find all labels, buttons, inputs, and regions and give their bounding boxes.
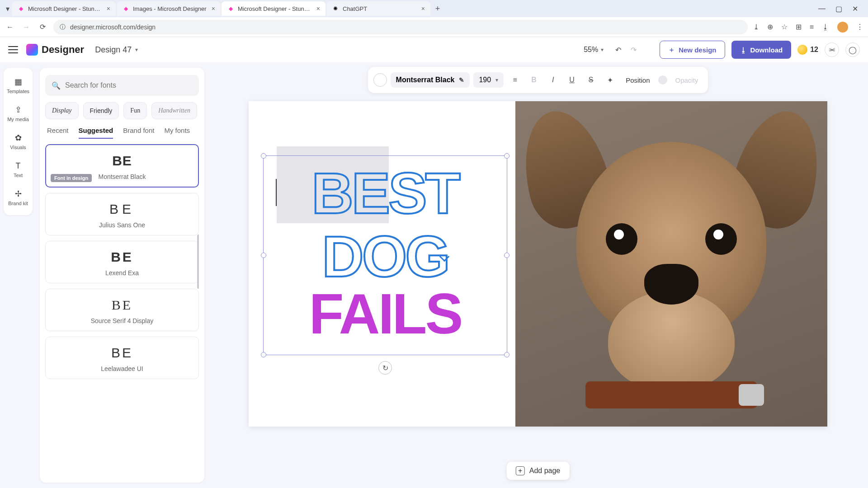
main: ▦Templates ⇪My media ✿Visuals TText ✢Bra… bbox=[0, 62, 868, 488]
font-category-chips: Display Friendly Fun Handwritten Mo bbox=[45, 102, 199, 119]
redo-icon[interactable]: ↷ bbox=[628, 46, 639, 54]
tab-search-dropdown[interactable]: ▾ bbox=[4, 5, 12, 13]
text-color-swatch[interactable] bbox=[373, 73, 387, 87]
menu-icon[interactable] bbox=[8, 46, 18, 53]
font-card-leelawadee-ui[interactable]: BE Leelawadee UI bbox=[45, 337, 199, 379]
chip-handwritten[interactable]: Handwritten bbox=[151, 102, 197, 119]
undo-icon[interactable]: ↶ bbox=[613, 46, 623, 54]
artboard-dog-image[interactable] bbox=[515, 101, 827, 427]
rail-label: Templates bbox=[7, 89, 29, 94]
visuals-icon: ✿ bbox=[13, 133, 23, 143]
close-icon[interactable]: × bbox=[107, 5, 110, 12]
dog-illustration bbox=[515, 101, 827, 427]
resize-handle[interactable] bbox=[261, 253, 266, 258]
strikethrough-icon[interactable]: S bbox=[583, 72, 599, 88]
new-design-button[interactable]: ＋ New design bbox=[660, 41, 725, 59]
favicon-icon: ✺ bbox=[332, 5, 339, 12]
forward-icon[interactable]: → bbox=[21, 23, 32, 31]
chip-friendly[interactable]: Friendly bbox=[83, 102, 119, 119]
font-card-montserrat-black[interactable]: BE Montserrat Black Font in design bbox=[45, 144, 199, 188]
resize-handle[interactable] bbox=[504, 253, 509, 258]
effects-icon[interactable]: ✦ bbox=[602, 72, 618, 88]
maximize-icon[interactable]: ▢ bbox=[835, 5, 842, 13]
share-icon[interactable]: ⫘ bbox=[825, 42, 839, 57]
font-sample: BE bbox=[52, 345, 192, 361]
download-button[interactable]: ⭳ Download bbox=[731, 41, 792, 59]
font-list[interactable]: BE Montserrat Black Font in design BE Ju… bbox=[45, 144, 199, 475]
close-icon[interactable]: × bbox=[212, 5, 215, 12]
bookmark-icon[interactable]: ☆ bbox=[781, 23, 788, 31]
opacity-button[interactable]: Opacity bbox=[671, 76, 703, 84]
favicon-icon: ◆ bbox=[17, 5, 24, 12]
zoom-icon[interactable]: ⊕ bbox=[767, 23, 773, 31]
font-search-input[interactable]: 🔍 Search for fonts bbox=[45, 75, 199, 96]
opacity-swatch-icon bbox=[658, 75, 667, 84]
selection-bounding-box[interactable]: ↻ bbox=[263, 155, 507, 355]
back-icon[interactable]: ← bbox=[5, 23, 15, 31]
rail-visuals[interactable]: ✿Visuals bbox=[4, 127, 33, 155]
tab-title: Microsoft Designer - Stunning bbox=[28, 5, 103, 12]
account-icon[interactable]: ◯ bbox=[845, 42, 860, 57]
design-title-dropdown[interactable]: Design 47 ▾ bbox=[95, 45, 138, 55]
italic-icon[interactable]: I bbox=[545, 72, 561, 88]
new-tab-button[interactable]: + bbox=[431, 4, 444, 14]
add-page-button[interactable]: + Add page bbox=[507, 462, 570, 480]
url-input[interactable]: ⓘ designer.microsoft.com/design bbox=[53, 20, 748, 34]
minimize-icon[interactable]: — bbox=[818, 5, 826, 13]
browser-tab[interactable]: ◆ Microsoft Designer - Stunning × bbox=[12, 1, 116, 16]
underline-icon[interactable]: U bbox=[564, 72, 580, 88]
font-card-julius-sans-one[interactable]: BE Julius Sans One bbox=[45, 193, 199, 235]
rail-label: Brand kit bbox=[8, 201, 28, 206]
credits-counter[interactable]: 12 bbox=[797, 45, 818, 55]
tab-my-fonts[interactable]: My fonts bbox=[164, 127, 190, 139]
font-card-lexend-exa[interactable]: BE Lexend Exa bbox=[45, 241, 199, 283]
brand[interactable]: Designer bbox=[26, 44, 84, 56]
chip-display[interactable]: Display bbox=[45, 102, 79, 119]
install-app-icon[interactable]: ⤓ bbox=[753, 23, 759, 31]
rail-templates[interactable]: ▦Templates bbox=[4, 71, 33, 99]
browser-tab[interactable]: ◆ Images - Microsoft Designer × bbox=[117, 1, 221, 16]
text-align-icon[interactable]: ≡ bbox=[507, 72, 523, 88]
chip-fun[interactable]: Fun bbox=[123, 102, 147, 119]
profile-avatar-icon[interactable] bbox=[837, 22, 848, 33]
kebab-menu-icon[interactable]: ⋮ bbox=[856, 23, 863, 31]
rail-label: Visuals bbox=[10, 145, 26, 150]
rail-label: Text bbox=[14, 173, 23, 178]
position-button[interactable]: Position bbox=[621, 76, 654, 84]
browser-tab[interactable]: ✺ ChatGPT × bbox=[326, 1, 430, 16]
edit-pencil-icon[interactable]: ✎ bbox=[459, 76, 464, 84]
extensions-icon[interactable]: ⊞ bbox=[796, 23, 802, 31]
tab-title: Microsoft Designer - Stunning bbox=[238, 5, 313, 12]
bold-icon[interactable]: B bbox=[526, 72, 542, 88]
reload-icon[interactable]: ⟳ bbox=[37, 23, 48, 31]
site-info-icon[interactable]: ⓘ bbox=[60, 23, 66, 31]
scrollbar-thumb[interactable] bbox=[197, 235, 199, 289]
close-icon[interactable]: × bbox=[421, 5, 425, 12]
font-panel: 🔍 Search for fonts Display Friendly Fun … bbox=[36, 62, 208, 488]
plus-icon: ＋ bbox=[668, 46, 675, 54]
artboard[interactable]: BEST DOG FAILS ↻ bbox=[249, 101, 827, 427]
resize-handle[interactable] bbox=[261, 153, 266, 159]
rail-text[interactable]: TText bbox=[4, 155, 33, 183]
downloads-icon[interactable]: ⭳ bbox=[822, 23, 829, 31]
tab-brand-font[interactable]: Brand font bbox=[123, 127, 154, 139]
resize-handle[interactable] bbox=[261, 352, 266, 357]
rail-my-media[interactable]: ⇪My media bbox=[4, 99, 33, 127]
tab-suggested[interactable]: Suggested bbox=[79, 127, 113, 139]
font-family-selector[interactable]: Montserrat Black ✎ bbox=[391, 72, 470, 88]
tab-recent[interactable]: Recent bbox=[47, 127, 69, 139]
resize-handle[interactable] bbox=[504, 153, 509, 159]
brand-logo-icon bbox=[26, 44, 38, 56]
rotate-handle-icon[interactable]: ↻ bbox=[378, 361, 392, 375]
font-card-source-serif-4-display[interactable]: BE Source Serif 4 Display bbox=[45, 289, 199, 331]
close-window-icon[interactable]: ✕ bbox=[852, 5, 858, 13]
rail-brand-kit[interactable]: ✢Brand kit bbox=[4, 183, 33, 211]
reading-list-icon[interactable]: ≡ bbox=[810, 23, 814, 31]
browser-tab-active[interactable]: ◆ Microsoft Designer - Stunning × bbox=[222, 1, 326, 16]
zoom-dropdown[interactable]: 55% ▾ bbox=[579, 44, 608, 56]
font-size-selector[interactable]: 190 ▾ bbox=[473, 72, 504, 88]
close-icon[interactable]: × bbox=[316, 5, 320, 12]
resize-handle[interactable] bbox=[504, 352, 509, 357]
font-name: Leelawadee UI bbox=[52, 365, 192, 372]
font-family-value: Montserrat Black bbox=[396, 76, 455, 84]
